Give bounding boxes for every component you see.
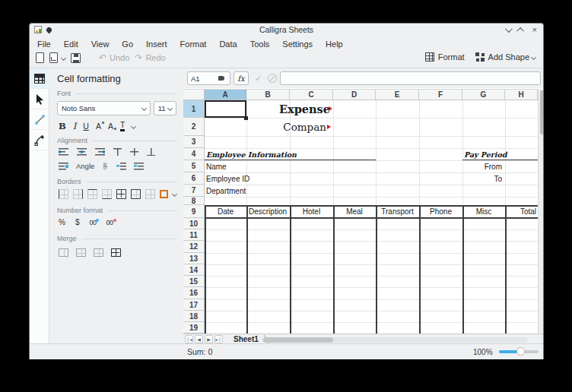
currency-format-button[interactable]: $ [75,218,80,226]
new-document-icon[interactable] [36,52,44,63]
row-header[interactable]: 11 [183,229,205,241]
menu-insert[interactable]: Insert [146,40,167,49]
align-middle-icon[interactable] [130,148,138,156]
align-center-icon[interactable] [77,148,87,156]
menu-format[interactable]: Format [180,40,207,49]
menu-tools[interactable]: Tools [250,40,270,49]
border-all-icon[interactable] [116,189,126,199]
merge-cells-icon[interactable] [59,248,68,257]
row-header[interactable]: 13 [183,253,205,264]
border-top-icon[interactable] [87,189,97,199]
horizontal-scrollbar[interactable] [262,337,528,343]
row-header[interactable]: 19 [183,322,205,334]
column-header-b[interactable]: B [246,89,290,100]
vertical-scrollbar[interactable] [538,89,544,334]
column-header-e[interactable]: E [376,89,419,100]
border-color-swatch[interactable] [160,190,168,198]
superscript-button[interactable]: A [96,122,101,131]
row-header[interactable]: 8 [183,197,205,205]
menu-view[interactable]: View [91,40,110,49]
border-outline-icon[interactable] [131,189,141,199]
titlebar[interactable]: Calligra Sheets × [30,24,543,36]
column-header-c[interactable]: C [290,89,333,100]
align-top-icon[interactable] [113,148,122,156]
save-icon[interactable] [71,53,81,63]
decrease-precision-button[interactable]: 00 [106,219,113,226]
format-button[interactable]: Format [425,52,465,62]
menu-help[interactable]: Help [326,40,343,49]
percent-format-button[interactable]: % [59,218,65,226]
column-header-a[interactable]: A [205,89,246,100]
column-header-d[interactable]: D [333,89,376,100]
vertical-text-icon[interactable]: ab [102,163,109,169]
row-header[interactable]: 6 [183,172,205,185]
insert-function-button[interactable]: fx [234,71,249,85]
row-header[interactable]: 10 [183,218,205,229]
font-size-select[interactable]: 11 [154,101,176,115]
merge-vertical-icon[interactable] [94,248,103,257]
border-right-icon[interactable] [73,189,83,199]
zoom-slider-handle[interactable] [516,347,525,356]
row-header[interactable]: 5 [183,160,205,172]
selection-tool-button[interactable] [30,89,49,109]
cancel-formula-button[interactable] [268,74,277,83]
first-sheet-button[interactable]: ❘◂ [185,335,193,343]
close-button[interactable]: × [532,26,537,33]
menu-data[interactable]: Data [219,40,237,49]
select-all-corner[interactable] [183,89,205,100]
row-header[interactable]: 15 [183,276,205,287]
add-shape-button[interactable]: Add Shape [475,52,535,62]
row-header[interactable]: 3 [183,136,205,148]
underline-button[interactable]: U [83,122,89,131]
increase-precision-button[interactable]: 00 [89,219,96,226]
cell-reference-box[interactable]: A1 [187,71,230,85]
column-header-h[interactable]: H [505,89,538,100]
cell-grid[interactable]: Expense Compan Employee Information Pay … [205,100,538,334]
path-tool-button[interactable] [30,130,49,150]
border-bottom-icon[interactable] [102,189,112,199]
row-header[interactable]: 4 [183,148,205,160]
bold-button[interactable]: B [59,121,66,131]
open-dropdown-icon[interactable] [61,55,66,60]
undo-button[interactable]: ↶ Undo [99,52,129,63]
cell-tool-button[interactable] [30,68,49,89]
wrap-text-icon[interactable] [59,163,68,170]
zoom-slider[interactable] [499,350,539,353]
row-header[interactable]: 1 [183,100,205,118]
sheet-tab-sheet1[interactable]: Sheet1 [229,335,263,343]
horizontal-scrollbar-thumb[interactable] [263,337,333,343]
border-left-icon[interactable] [59,189,68,199]
merge-horizontal-icon[interactable] [76,248,86,257]
align-right-icon[interactable] [95,148,105,156]
column-header-f[interactable]: F [419,89,462,100]
formula-input[interactable] [280,71,541,85]
border-color-dropdown-icon[interactable] [172,191,177,197]
row-header[interactable]: 18 [183,311,205,322]
column-header-g[interactable]: G [462,89,505,100]
align-left-icon[interactable] [59,148,68,156]
fill-handle[interactable] [244,116,248,120]
last-sheet-button[interactable]: ▸❘ [214,335,223,343]
align-bottom-icon[interactable] [147,148,155,156]
increase-indent-icon[interactable] [134,163,144,170]
font-color-button[interactable]: T [120,121,125,131]
menu-edit[interactable]: Edit [64,40,78,49]
subscript-button[interactable]: A [108,122,113,131]
italic-button[interactable]: I [73,121,77,131]
row-header[interactable]: 2 [183,118,205,136]
row-header[interactable]: 14 [183,264,205,276]
row-header[interactable]: 17 [183,299,205,311]
redo-button[interactable]: ↷ Redo [135,52,165,63]
menu-go[interactable]: Go [122,40,133,49]
line-tool-button[interactable] [30,109,49,130]
border-none-icon[interactable] [145,189,155,199]
angle-button[interactable]: Angle [76,162,94,170]
vertical-scrollbar-thumb[interactable] [540,90,545,134]
row-header[interactable]: 16 [183,287,205,299]
menu-file[interactable]: File [37,40,51,49]
previous-sheet-button[interactable]: ◀ [195,335,203,343]
row-header[interactable]: 7 [183,185,205,197]
next-sheet-button[interactable]: ▶ [205,335,213,343]
menu-settings[interactable]: Settings [282,40,313,49]
row-header[interactable]: 12 [183,241,205,253]
